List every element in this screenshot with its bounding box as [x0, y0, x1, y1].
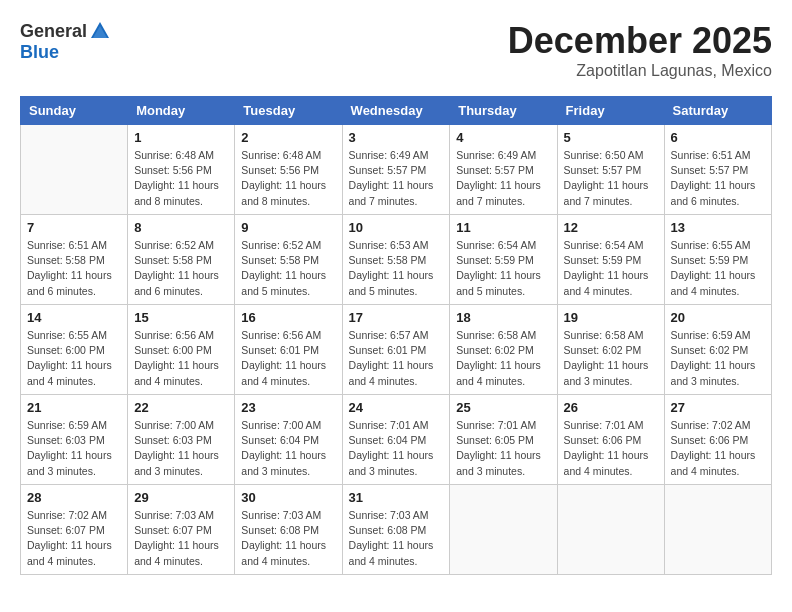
- day-info: Sunrise: 7:03 AMSunset: 6:07 PMDaylight:…: [134, 508, 228, 569]
- day-info: Sunrise: 6:50 AMSunset: 5:57 PMDaylight:…: [564, 148, 658, 209]
- day-info: Sunrise: 6:56 AMSunset: 6:00 PMDaylight:…: [134, 328, 228, 389]
- logo-blue: Blue: [20, 42, 59, 63]
- day-number: 23: [241, 400, 335, 415]
- day-number: 9: [241, 220, 335, 235]
- day-number: 1: [134, 130, 228, 145]
- day-info: Sunrise: 6:57 AMSunset: 6:01 PMDaylight:…: [349, 328, 444, 389]
- day-info: Sunrise: 7:03 AMSunset: 6:08 PMDaylight:…: [241, 508, 335, 569]
- day-info: Sunrise: 6:48 AMSunset: 5:56 PMDaylight:…: [134, 148, 228, 209]
- day-info: Sunrise: 6:59 AMSunset: 6:03 PMDaylight:…: [27, 418, 121, 479]
- calendar-cell: 23Sunrise: 7:00 AMSunset: 6:04 PMDayligh…: [235, 395, 342, 485]
- calendar-cell: 5Sunrise: 6:50 AMSunset: 5:57 PMDaylight…: [557, 125, 664, 215]
- calendar-cell: 12Sunrise: 6:54 AMSunset: 5:59 PMDayligh…: [557, 215, 664, 305]
- logo-general: General: [20, 21, 87, 42]
- calendar-cell: 15Sunrise: 6:56 AMSunset: 6:00 PMDayligh…: [128, 305, 235, 395]
- calendar-cell: 3Sunrise: 6:49 AMSunset: 5:57 PMDaylight…: [342, 125, 450, 215]
- day-number: 29: [134, 490, 228, 505]
- day-number: 8: [134, 220, 228, 235]
- calendar-cell: [557, 485, 664, 575]
- calendar-cell: [21, 125, 128, 215]
- calendar-cell: 17Sunrise: 6:57 AMSunset: 6:01 PMDayligh…: [342, 305, 450, 395]
- day-number: 4: [456, 130, 550, 145]
- day-info: Sunrise: 6:58 AMSunset: 6:02 PMDaylight:…: [456, 328, 550, 389]
- logo-icon: [89, 20, 111, 42]
- day-number: 15: [134, 310, 228, 325]
- page-header: General Blue December 2025 Zapotitlan La…: [20, 20, 772, 80]
- calendar-cell: 6Sunrise: 6:51 AMSunset: 5:57 PMDaylight…: [664, 125, 771, 215]
- calendar-header-wednesday: Wednesday: [342, 97, 450, 125]
- day-info: Sunrise: 6:49 AMSunset: 5:57 PMDaylight:…: [456, 148, 550, 209]
- day-info: Sunrise: 6:49 AMSunset: 5:57 PMDaylight:…: [349, 148, 444, 209]
- calendar-cell: 2Sunrise: 6:48 AMSunset: 5:56 PMDaylight…: [235, 125, 342, 215]
- calendar-cell: 14Sunrise: 6:55 AMSunset: 6:00 PMDayligh…: [21, 305, 128, 395]
- week-row-2: 7Sunrise: 6:51 AMSunset: 5:58 PMDaylight…: [21, 215, 772, 305]
- week-row-5: 28Sunrise: 7:02 AMSunset: 6:07 PMDayligh…: [21, 485, 772, 575]
- month-title: December 2025: [508, 20, 772, 62]
- day-info: Sunrise: 6:52 AMSunset: 5:58 PMDaylight:…: [134, 238, 228, 299]
- day-number: 3: [349, 130, 444, 145]
- day-number: 12: [564, 220, 658, 235]
- day-number: 26: [564, 400, 658, 415]
- day-info: Sunrise: 6:55 AMSunset: 6:00 PMDaylight:…: [27, 328, 121, 389]
- day-number: 19: [564, 310, 658, 325]
- day-info: Sunrise: 7:00 AMSunset: 6:03 PMDaylight:…: [134, 418, 228, 479]
- day-number: 14: [27, 310, 121, 325]
- day-number: 13: [671, 220, 765, 235]
- calendar-cell: 26Sunrise: 7:01 AMSunset: 6:06 PMDayligh…: [557, 395, 664, 485]
- day-number: 16: [241, 310, 335, 325]
- calendar-cell: 31Sunrise: 7:03 AMSunset: 6:08 PMDayligh…: [342, 485, 450, 575]
- calendar-cell: 7Sunrise: 6:51 AMSunset: 5:58 PMDaylight…: [21, 215, 128, 305]
- calendar-header-thursday: Thursday: [450, 97, 557, 125]
- calendar-cell: 8Sunrise: 6:52 AMSunset: 5:58 PMDaylight…: [128, 215, 235, 305]
- day-number: 25: [456, 400, 550, 415]
- day-number: 10: [349, 220, 444, 235]
- day-info: Sunrise: 6:58 AMSunset: 6:02 PMDaylight:…: [564, 328, 658, 389]
- day-number: 7: [27, 220, 121, 235]
- calendar-cell: 11Sunrise: 6:54 AMSunset: 5:59 PMDayligh…: [450, 215, 557, 305]
- calendar-header-saturday: Saturday: [664, 97, 771, 125]
- day-info: Sunrise: 7:02 AMSunset: 6:06 PMDaylight:…: [671, 418, 765, 479]
- calendar-header-tuesday: Tuesday: [235, 97, 342, 125]
- day-number: 17: [349, 310, 444, 325]
- day-info: Sunrise: 6:51 AMSunset: 5:57 PMDaylight:…: [671, 148, 765, 209]
- day-number: 5: [564, 130, 658, 145]
- calendar-cell: 19Sunrise: 6:58 AMSunset: 6:02 PMDayligh…: [557, 305, 664, 395]
- calendar-cell: 25Sunrise: 7:01 AMSunset: 6:05 PMDayligh…: [450, 395, 557, 485]
- calendar-cell: 29Sunrise: 7:03 AMSunset: 6:07 PMDayligh…: [128, 485, 235, 575]
- day-number: 2: [241, 130, 335, 145]
- day-number: 6: [671, 130, 765, 145]
- title-block: December 2025 Zapotitlan Lagunas, Mexico: [508, 20, 772, 80]
- calendar-cell: 21Sunrise: 6:59 AMSunset: 6:03 PMDayligh…: [21, 395, 128, 485]
- calendar-cell: 30Sunrise: 7:03 AMSunset: 6:08 PMDayligh…: [235, 485, 342, 575]
- calendar-cell: 27Sunrise: 7:02 AMSunset: 6:06 PMDayligh…: [664, 395, 771, 485]
- calendar-cell: [664, 485, 771, 575]
- calendar-header-row: SundayMondayTuesdayWednesdayThursdayFrid…: [21, 97, 772, 125]
- day-info: Sunrise: 6:51 AMSunset: 5:58 PMDaylight:…: [27, 238, 121, 299]
- day-info: Sunrise: 6:55 AMSunset: 5:59 PMDaylight:…: [671, 238, 765, 299]
- day-info: Sunrise: 6:53 AMSunset: 5:58 PMDaylight:…: [349, 238, 444, 299]
- day-number: 27: [671, 400, 765, 415]
- calendar-cell: 4Sunrise: 6:49 AMSunset: 5:57 PMDaylight…: [450, 125, 557, 215]
- day-info: Sunrise: 7:00 AMSunset: 6:04 PMDaylight:…: [241, 418, 335, 479]
- calendar-cell: 28Sunrise: 7:02 AMSunset: 6:07 PMDayligh…: [21, 485, 128, 575]
- location-title: Zapotitlan Lagunas, Mexico: [508, 62, 772, 80]
- day-info: Sunrise: 6:54 AMSunset: 5:59 PMDaylight:…: [564, 238, 658, 299]
- calendar-cell: 10Sunrise: 6:53 AMSunset: 5:58 PMDayligh…: [342, 215, 450, 305]
- day-info: Sunrise: 6:48 AMSunset: 5:56 PMDaylight:…: [241, 148, 335, 209]
- day-number: 18: [456, 310, 550, 325]
- day-info: Sunrise: 7:02 AMSunset: 6:07 PMDaylight:…: [27, 508, 121, 569]
- day-number: 30: [241, 490, 335, 505]
- calendar-cell: 9Sunrise: 6:52 AMSunset: 5:58 PMDaylight…: [235, 215, 342, 305]
- logo: General Blue: [20, 20, 111, 63]
- week-row-4: 21Sunrise: 6:59 AMSunset: 6:03 PMDayligh…: [21, 395, 772, 485]
- calendar-cell: 20Sunrise: 6:59 AMSunset: 6:02 PMDayligh…: [664, 305, 771, 395]
- day-info: Sunrise: 7:01 AMSunset: 6:04 PMDaylight:…: [349, 418, 444, 479]
- calendar-header-sunday: Sunday: [21, 97, 128, 125]
- day-info: Sunrise: 7:01 AMSunset: 6:06 PMDaylight:…: [564, 418, 658, 479]
- day-info: Sunrise: 7:01 AMSunset: 6:05 PMDaylight:…: [456, 418, 550, 479]
- calendar-cell: 13Sunrise: 6:55 AMSunset: 5:59 PMDayligh…: [664, 215, 771, 305]
- week-row-3: 14Sunrise: 6:55 AMSunset: 6:00 PMDayligh…: [21, 305, 772, 395]
- day-info: Sunrise: 6:59 AMSunset: 6:02 PMDaylight:…: [671, 328, 765, 389]
- day-number: 24: [349, 400, 444, 415]
- day-info: Sunrise: 6:54 AMSunset: 5:59 PMDaylight:…: [456, 238, 550, 299]
